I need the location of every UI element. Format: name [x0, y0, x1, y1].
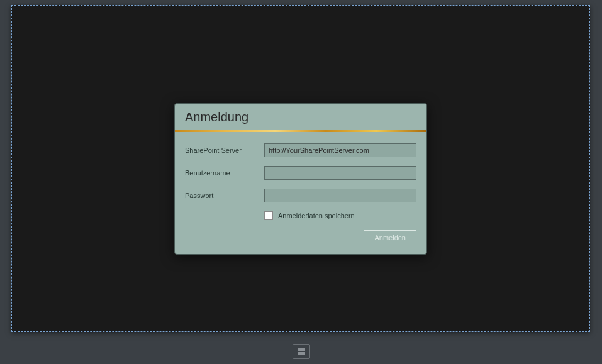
username-row: Benutzername — [185, 166, 416, 180]
password-label: Passwort — [185, 192, 264, 199]
password-row: Passwort — [185, 189, 416, 202]
server-label: SharePoint Server — [185, 146, 264, 154]
start-button[interactable] — [293, 344, 310, 359]
dialog-title: Anmeldung — [185, 110, 416, 124]
taskbar — [0, 339, 602, 364]
remember-row: Anmeldedaten speichern — [264, 211, 416, 220]
username-label: Benutzername — [185, 169, 264, 177]
remember-label: Anmeldedaten speichern — [278, 212, 355, 219]
login-dialog: Anmeldung SharePoint Server Benutzername… — [174, 103, 427, 255]
button-row: Anmelden — [185, 230, 416, 245]
login-button[interactable]: Anmelden — [364, 230, 416, 245]
dialog-header: Anmeldung — [175, 104, 426, 130]
remember-checkbox[interactable] — [264, 211, 273, 220]
username-input[interactable] — [264, 166, 416, 180]
server-row: SharePoint Server — [185, 143, 416, 157]
dialog-body: SharePoint Server Benutzername Passwort … — [175, 132, 426, 254]
windows-icon — [298, 348, 305, 355]
password-input[interactable] — [264, 189, 416, 202]
server-input[interactable] — [264, 143, 416, 157]
designer-canvas: Anmeldung SharePoint Server Benutzername… — [11, 5, 590, 332]
